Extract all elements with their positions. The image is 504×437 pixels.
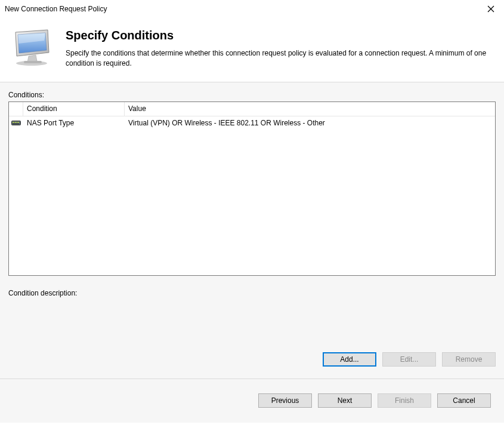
- content-area: Conditions: Condition Value NAS Port Typ…: [0, 82, 504, 378]
- row-condition: NAS Port Type: [23, 119, 125, 127]
- wizard-footer: Previous Next Finish Cancel: [0, 378, 504, 423]
- remove-button: Remove: [442, 352, 496, 367]
- conditions-label: Conditions:: [8, 91, 496, 99]
- finish-button: Finish: [378, 393, 431, 408]
- edit-button: Edit...: [382, 352, 436, 367]
- page-heading: Specify Conditions: [66, 29, 498, 42]
- svg-rect-3: [24, 61, 42, 63]
- close-button[interactable]: [484, 2, 498, 16]
- next-button[interactable]: Next: [318, 393, 372, 408]
- svg-rect-7: [17, 122, 19, 123]
- title-bar: New Connection Request Policy: [0, 0, 504, 18]
- cancel-button[interactable]: Cancel: [437, 393, 491, 408]
- header-text: Specify Conditions Specify the condition…: [66, 29, 498, 69]
- wizard-header: Specify Conditions Specify the condition…: [0, 18, 504, 82]
- list-header: Condition Value: [9, 102, 495, 116]
- previous-button[interactable]: Previous: [258, 393, 312, 408]
- add-button[interactable]: Add...: [323, 352, 376, 367]
- monitor-icon: [12, 29, 54, 67]
- condition-buttons: Add... Edit... Remove: [323, 352, 496, 367]
- description-label: Condition description:: [8, 289, 496, 297]
- conditions-list[interactable]: Condition Value NAS Port Type Virtual (V…: [8, 101, 496, 276]
- row-value: Virtual (VPN) OR Wireless - IEEE 802.11 …: [125, 119, 495, 127]
- page-description: Specify the conditions that determine wh…: [66, 48, 498, 69]
- nas-port-icon: [9, 119, 23, 127]
- close-icon: [487, 5, 494, 13]
- svg-rect-8: [13, 124, 19, 124]
- table-row[interactable]: NAS Port Type Virtual (VPN) OR Wireless …: [9, 116, 495, 130]
- svg-rect-5: [13, 122, 14, 123]
- window-title: New Connection Request Policy: [5, 5, 107, 13]
- svg-rect-6: [15, 122, 17, 123]
- column-header-condition[interactable]: Condition: [23, 102, 125, 116]
- column-header-value[interactable]: Value: [125, 102, 495, 116]
